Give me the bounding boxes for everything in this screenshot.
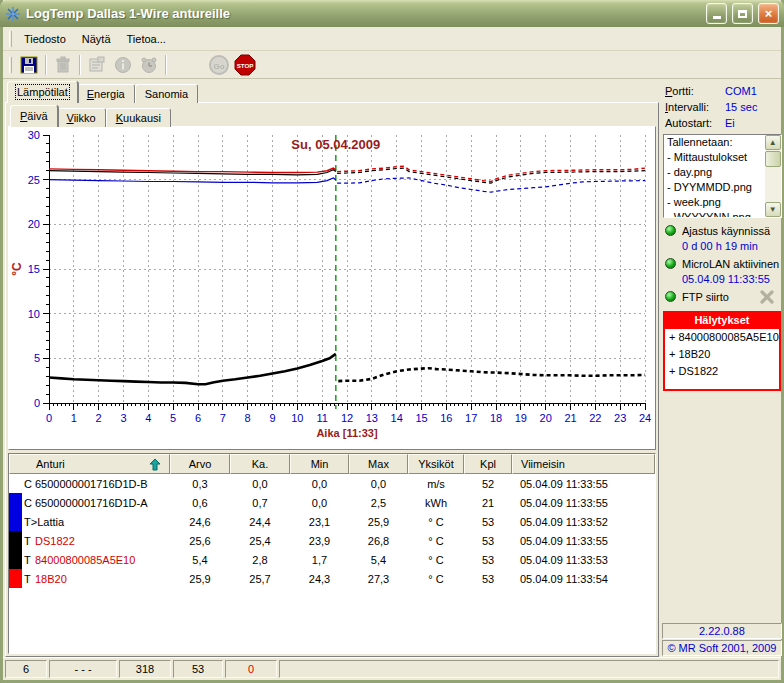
setting-value: 15 sec bbox=[725, 101, 757, 113]
cell-kpl: 53 bbox=[464, 516, 512, 528]
close-button[interactable]: × bbox=[758, 3, 779, 24]
stop-button[interactable]: STOP bbox=[232, 53, 258, 77]
statusbar-sensor-count: 6 bbox=[5, 660, 47, 678]
cell-viimeisin: 05.04.09 11:33:53 bbox=[512, 554, 655, 566]
menu-tiedosto[interactable]: Tiedosto bbox=[16, 30, 74, 48]
tab-paiva[interactable]: Päivä bbox=[10, 105, 58, 127]
col-max[interactable]: Max bbox=[349, 454, 408, 474]
setting-autostart: Autostart: Ei bbox=[662, 115, 782, 131]
svg-text:STOP: STOP bbox=[237, 61, 254, 68]
series-color-swatch bbox=[9, 531, 22, 550]
setting-label: Portti: bbox=[665, 85, 725, 97]
cell-min: 0,0 bbox=[290, 497, 349, 509]
cell-arvo: 0,3 bbox=[170, 478, 230, 490]
scroll-up-icon[interactable]: ▲ bbox=[765, 135, 781, 150]
statusbar-panel: 53 bbox=[173, 660, 223, 678]
cell-ka: 24,4 bbox=[230, 516, 290, 528]
svg-text:11: 11 bbox=[316, 412, 327, 424]
col-kpl[interactable]: Kpl bbox=[464, 454, 512, 474]
series-color-swatch bbox=[9, 493, 22, 512]
cell-arvo: 5,4 bbox=[170, 554, 230, 566]
table-row[interactable]: C6500000001716D1D-B 0,3 0,0 0,0 0,0 m/s … bbox=[9, 474, 655, 493]
svg-text:22: 22 bbox=[589, 412, 601, 424]
cell-yksikot: ° C bbox=[408, 573, 464, 585]
window-title: LogTemp Dallas 1-Wire antureille bbox=[26, 6, 701, 21]
svg-text:°C: °C bbox=[10, 262, 24, 276]
period-tabs: Päivä Viikko Kuukausi bbox=[8, 105, 656, 127]
svg-text:12: 12 bbox=[341, 412, 353, 424]
cell-min: 23,9 bbox=[290, 535, 349, 547]
cell-ka: 2,8 bbox=[230, 554, 290, 566]
maximize-button[interactable] bbox=[732, 3, 753, 24]
cell-max: 0,0 bbox=[349, 478, 408, 490]
col-anturi[interactable]: Anturi bbox=[9, 454, 170, 474]
title-bar: LogTemp Dallas 1-Wire antureille × bbox=[0, 0, 784, 27]
col-min[interactable]: Min bbox=[290, 454, 349, 474]
svg-text:17: 17 bbox=[465, 412, 477, 424]
list-item: - WYYYYNN.png bbox=[664, 210, 781, 218]
svg-text:7: 7 bbox=[220, 412, 226, 424]
col-arvo[interactable]: Arvo bbox=[170, 454, 230, 474]
svg-text:30: 30 bbox=[28, 129, 40, 141]
svg-text:5: 5 bbox=[170, 412, 176, 424]
menu-tietoa[interactable]: Tietoa... bbox=[119, 30, 174, 48]
table-row[interactable]: C6500000001716D1D-A 0,6 0,7 0,0 2,5 kWh … bbox=[9, 493, 655, 512]
svg-text:16: 16 bbox=[440, 412, 452, 424]
tab-energia[interactable]: Energia bbox=[77, 84, 135, 103]
status-ftp: FTP siirto bbox=[662, 288, 782, 305]
close-icon: × bbox=[765, 7, 773, 20]
status-label: Ajastus käynnissä bbox=[682, 225, 770, 237]
col-yksikot[interactable]: Yksiköt bbox=[408, 454, 464, 474]
table-row[interactable]: T84000800085A5E10 5,4 2,8 1,7 5,4 ° C 53… bbox=[9, 550, 655, 569]
svg-text:1: 1 bbox=[71, 412, 77, 424]
info-button bbox=[110, 53, 136, 77]
stop-icon: STOP bbox=[234, 54, 256, 76]
cell-kpl: 21 bbox=[464, 497, 512, 509]
cell-viimeisin: 05.04.09 11:33:55 bbox=[512, 497, 655, 509]
table-row[interactable]: T18B20 25,9 25,7 24,3 27,3 ° C 53 05.04.… bbox=[9, 569, 655, 588]
col-viimeisin[interactable]: Viimeisin bbox=[512, 454, 655, 474]
tab-viikko[interactable]: Viikko bbox=[57, 108, 106, 127]
save-targets-listbox[interactable]: Tallennetaan: - Mittaustulokset - day.pn… bbox=[663, 134, 782, 218]
scroll-down-icon[interactable]: ▼ bbox=[765, 202, 781, 217]
cell-arvo: 25,6 bbox=[170, 535, 230, 547]
table-row[interactable]: T>Lattia 24,6 24,4 23,1 25,9 ° C 53 05.0… bbox=[9, 512, 655, 531]
toolbar-gripper bbox=[9, 57, 12, 73]
sensor-table: Anturi Arvo Ka. Min Max Yksiköt Kpl Viim… bbox=[8, 453, 656, 654]
scroll-thumb[interactable] bbox=[765, 151, 781, 167]
tab-lampotilat[interactable]: Lämpötilat bbox=[7, 81, 78, 103]
toolbar: Go STOP bbox=[3, 51, 781, 79]
table-row[interactable]: TDS1822 25,6 25,4 23,9 26,8 ° C 53 05.04… bbox=[9, 531, 655, 550]
temperature-chart: 0510152025300123456789101112131415161718… bbox=[8, 126, 656, 450]
properties-button bbox=[84, 53, 110, 77]
cell-kpl: 53 bbox=[464, 573, 512, 585]
col-ka[interactable]: Ka. bbox=[230, 454, 290, 474]
save-button[interactable] bbox=[16, 53, 42, 77]
cell-min: 24,3 bbox=[290, 573, 349, 585]
svg-text:3: 3 bbox=[120, 412, 126, 424]
minimize-button[interactable] bbox=[706, 3, 727, 24]
sensor-name: 18B20 bbox=[35, 573, 67, 585]
svg-text:20: 20 bbox=[540, 412, 552, 424]
cell-viimeisin: 05.04.09 11:33:55 bbox=[512, 478, 655, 490]
svg-text:2: 2 bbox=[96, 412, 102, 424]
list-item: - Mittaustulokset bbox=[664, 150, 781, 165]
cell-kpl: 53 bbox=[464, 554, 512, 566]
series-color-swatch bbox=[9, 474, 22, 493]
tab-kuukausi[interactable]: Kuukausi bbox=[106, 108, 171, 127]
cell-yksikot: ° C bbox=[408, 554, 464, 566]
statusbar-panel bbox=[279, 660, 779, 678]
cell-ka: 0,0 bbox=[230, 478, 290, 490]
svg-text:10: 10 bbox=[291, 412, 303, 424]
menu-nayta[interactable]: Näytä bbox=[74, 30, 119, 48]
sensor-name: 84000800085A5E10 bbox=[35, 554, 135, 566]
svg-text:15: 15 bbox=[28, 263, 40, 275]
series-color-swatch bbox=[9, 512, 22, 531]
cell-ka: 25,4 bbox=[230, 535, 290, 547]
tab-sanomia[interactable]: Sanomia bbox=[135, 84, 198, 103]
setting-portti: Portti: COM1 bbox=[662, 83, 782, 99]
scrollbar[interactable]: ▲ ▼ bbox=[765, 135, 781, 217]
cell-yksikot: ° C bbox=[408, 535, 464, 547]
cell-max: 25,9 bbox=[349, 516, 408, 528]
setting-value: Ei bbox=[725, 117, 735, 129]
